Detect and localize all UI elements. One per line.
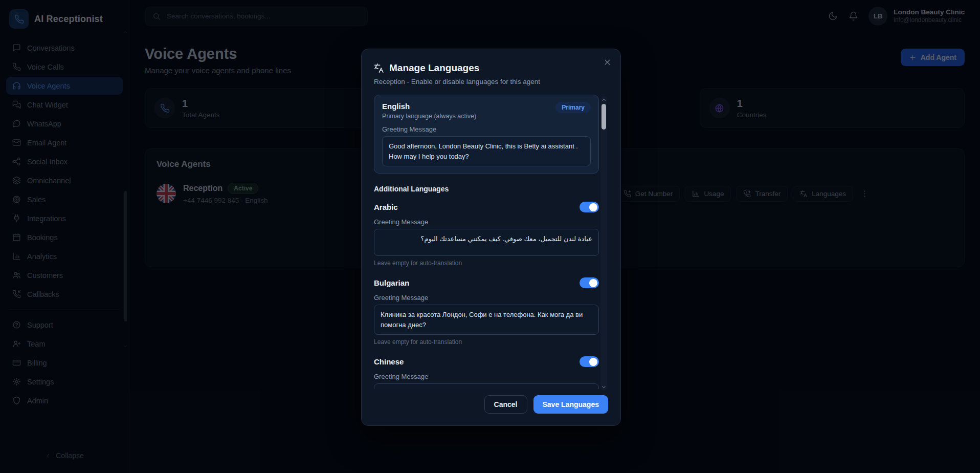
scrollbar-thumb[interactable] (602, 104, 606, 130)
scroll-down-icon (600, 384, 607, 390)
modal-title: Manage Languages (389, 62, 479, 74)
language-block-chinese: Chinese Greeting Message 伦敦美容诊所，您好，我是Sop… (374, 356, 599, 389)
greeting-label: Greeting Message (374, 218, 599, 226)
language-name: English (382, 102, 476, 111)
app-root: AI Receptionist ConversationsVoice Calls… (0, 0, 980, 473)
greeting-input-english[interactable]: Good afternoon, London Beauty Clinic, th… (382, 136, 591, 166)
primary-language-card: English Primary language (always active)… (374, 95, 599, 174)
greeting-label: Greeting Message (382, 125, 591, 133)
language-block-arabic: Arabic Greeting Message عيادة لندن للتجم… (374, 202, 599, 267)
language-block-bulgarian: Bulgarian Greeting Message Клиника за кр… (374, 277, 599, 346)
close-icon (604, 60, 611, 68)
additional-languages-title: Additional Languages (374, 185, 599, 193)
manage-languages-modal: Manage Languages Reception - Enable or d… (361, 49, 621, 426)
language-name: Bulgarian (374, 278, 409, 287)
greeting-input-chinese[interactable]: 伦敦美容诊所，您好，我是Sophie。今天我能帮您什么？ (374, 383, 599, 389)
bulgarian-toggle[interactable] (580, 277, 599, 288)
language-name: Arabic (374, 203, 398, 211)
greeting-input-arabic[interactable]: عيادة لندن للتجميل، معك صوفي. كيف يمكنني… (374, 229, 599, 256)
primary-language-note: Primary language (always active) (382, 113, 476, 120)
greeting-label: Greeting Message (374, 294, 599, 302)
arabic-toggle[interactable] (580, 202, 599, 212)
modal-body: English Primary language (always active)… (374, 95, 599, 389)
scroll-up-icon (600, 97, 607, 103)
modal-subtitle: Reception - Enable or disable languages … (374, 78, 608, 85)
save-languages-button[interactable]: Save Languages (533, 395, 609, 414)
cancel-button[interactable]: Cancel (484, 395, 527, 414)
greeting-input-bulgarian[interactable]: Клиника за красота Лондон, Софи е на тел… (374, 305, 599, 335)
modal-header: Manage Languages (374, 62, 608, 74)
chinese-toggle[interactable] (580, 356, 599, 367)
language-name: Chinese (374, 357, 404, 366)
primary-badge: Primary (555, 102, 591, 113)
greeting-label: Greeting Message (374, 373, 599, 380)
modal-footer: Cancel Save Languages (374, 395, 608, 414)
auto-translation-hint: Leave empty for auto-translation (374, 338, 599, 346)
auto-translation-hint: Leave empty for auto-translation (374, 260, 599, 267)
languages-icon (374, 63, 384, 73)
close-button[interactable] (602, 56, 613, 70)
modal-scrollbar[interactable] (600, 96, 607, 391)
